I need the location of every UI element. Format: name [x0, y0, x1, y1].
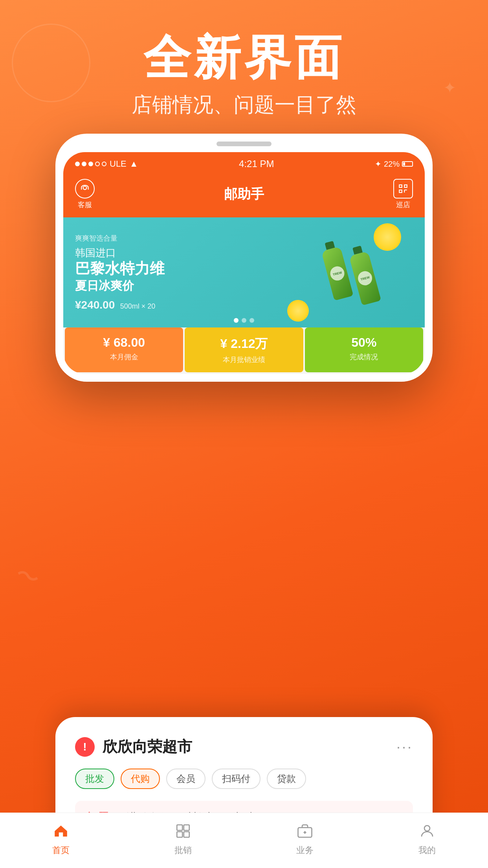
home-icon [51, 821, 71, 841]
banner-dot-1 [234, 318, 238, 323]
phone-mockup: ULE ▲ 4:21 PM ✦ 22% [55, 134, 433, 382]
completion-label: 完成情况 [311, 352, 417, 362]
sales-label: 本月批销业绩 [191, 355, 297, 364]
svg-rect-11 [177, 832, 182, 837]
tab-wholesale-label: 批销 [174, 844, 192, 856]
svg-rect-12 [184, 832, 189, 837]
banner-price-value: ¥240.00 [75, 299, 115, 311]
business-icon [295, 821, 315, 841]
banner-title-line3: 夏日冰爽价 [75, 278, 413, 294]
tab-business-label: 业务 [296, 844, 314, 856]
phone-notch [216, 142, 272, 146]
header-title: 全新界面 [0, 31, 488, 83]
battery-percent: 22% [384, 160, 400, 169]
carrier-name: ULE [110, 159, 127, 169]
tag-proxy-purchase[interactable]: 代购 [121, 769, 160, 789]
header-subtitle: 店铺情况、问题一目了然 [0, 91, 488, 119]
banner-title-line2: 巴黎水特力维 [75, 260, 413, 278]
status-right: ✦ 22% [375, 159, 413, 169]
commission-label: 本月佣金 [71, 352, 177, 362]
banner-price: ¥240.00 500ml × 20 [75, 299, 413, 311]
tab-bar: 首页 批销 业务 [0, 813, 488, 868]
profile-icon [417, 821, 437, 841]
svg-rect-4 [404, 185, 407, 188]
svg-rect-9 [177, 825, 182, 830]
signal-dot-2 [82, 162, 86, 166]
tab-profile[interactable]: 我的 [417, 821, 437, 856]
phone-screen: ULE ▲ 4:21 PM ✦ 22% [63, 152, 425, 374]
wifi-icon: ▲ [130, 159, 138, 169]
sales-card[interactable]: ¥ 2.12万 本月批销业绩 [185, 327, 303, 372]
svg-point-0 [83, 186, 87, 190]
signal-dot-5 [102, 162, 106, 166]
completion-value: 50% [311, 335, 417, 350]
customer-service-label: 客服 [78, 200, 92, 210]
banner-dot-2 [242, 318, 246, 323]
customer-service-button[interactable]: 客服 [75, 179, 95, 210]
battery-icon [402, 161, 413, 167]
completion-card[interactable]: 50% 完成情况 [305, 327, 423, 372]
tab-business[interactable]: 业务 [295, 821, 315, 856]
banner-dot-3 [250, 318, 254, 323]
sales-value: ¥ 2.12万 [191, 335, 297, 353]
signal-dots [75, 162, 106, 166]
banner-price-unit: 500ml × 20 [120, 302, 156, 310]
bluetooth-icon: ✦ [375, 159, 382, 169]
signal-dot-1 [75, 162, 80, 166]
status-left: ULE ▲ [75, 159, 138, 169]
tag-loan[interactable]: 贷款 [267, 769, 306, 789]
svg-rect-5 [399, 190, 402, 193]
stat-cards-row: ¥ 68.00 本月佣金 ¥ 2.12万 本月批销业绩 50% 完成情况 [63, 327, 425, 374]
status-bar: ULE ▲ 4:21 PM ✦ 22% [63, 152, 425, 173]
tab-home[interactable]: 首页 [51, 821, 71, 856]
tab-wholesale[interactable]: 批销 [173, 821, 193, 856]
store-name: 欣欣向荣超市 [103, 737, 192, 757]
svg-rect-10 [184, 825, 189, 830]
signal-dot-4 [95, 162, 100, 166]
product-banner[interactable]: 爽爽智选合量 韩国进口 巴黎水特力维 夏日冰爽价 ¥240.00 500ml ×… [63, 217, 425, 327]
banner-dots [234, 318, 254, 323]
app-header: 客服 邮助手 巡店 [63, 173, 425, 217]
bg-decoration-wave: 〜 [11, 558, 44, 596]
banner-tag: 爽爽智选合量 [75, 234, 413, 243]
tab-home-label: 首页 [52, 844, 70, 856]
batch-icon [173, 821, 193, 841]
signal-dot-3 [88, 162, 93, 166]
tab-profile-label: 我的 [418, 844, 436, 856]
store-tag-row: 批发 代购 会员 扫码付 贷款 [75, 769, 413, 789]
header-section: 全新界面 店铺情况、问题一目了然 [0, 0, 488, 119]
customer-service-icon [75, 179, 95, 199]
clock: 4:21 PM [239, 158, 274, 169]
svg-point-16 [424, 826, 430, 831]
tag-scan-pay[interactable]: 扫码付 [212, 769, 261, 789]
alert-icon: ! [75, 737, 95, 757]
store-title-row: ! 欣欣向荣超市 [75, 737, 192, 757]
app-title: 邮助手 [224, 185, 264, 203]
store-header: ! 欣欣向荣超市 ··· [75, 737, 413, 757]
tag-member[interactable]: 会员 [166, 769, 205, 789]
more-menu-button[interactable]: ··· [396, 739, 413, 755]
commission-value: ¥ 68.00 [71, 335, 177, 350]
scan-icon [393, 179, 413, 199]
svg-rect-3 [399, 185, 402, 188]
patrol-store-button[interactable]: 巡店 [393, 179, 413, 210]
patrol-store-label: 巡店 [396, 200, 410, 210]
banner-title-line1: 韩国进口 [75, 246, 413, 260]
banner-left-content: 爽爽智选合量 韩国进口 巴黎水特力维 夏日冰爽价 ¥240.00 500ml ×… [75, 234, 413, 311]
commission-card[interactable]: ¥ 68.00 本月佣金 [65, 327, 183, 372]
tag-wholesale[interactable]: 批发 [75, 769, 114, 789]
phone-mockup-container: ULE ▲ 4:21 PM ✦ 22% [55, 134, 433, 382]
